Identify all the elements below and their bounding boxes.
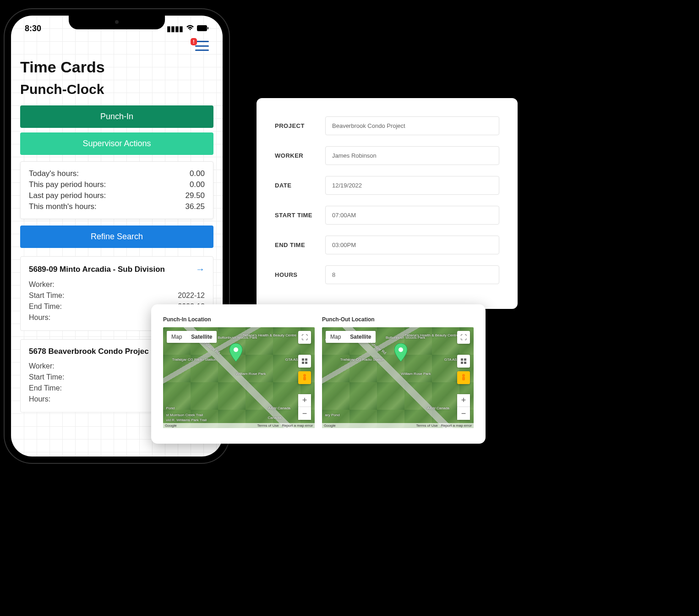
supervisor-actions-button[interactable]: Supervisor Actions: [20, 132, 213, 155]
svg-point-8: [234, 347, 238, 352]
map-poi-label: Trafalgar CG Radio Station: [340, 358, 384, 362]
svg-rect-1: [208, 27, 208, 29]
svg-rect-12: [464, 362, 466, 364]
hours-label: Last pay period hours:: [29, 191, 106, 200]
hours-summary-card: Today's hours: 0.00 This pay period hour…: [20, 161, 213, 219]
map-type-satellite-button[interactable]: Satellite: [186, 331, 217, 343]
fullscreen-icon[interactable]: ⛶: [298, 331, 311, 344]
map-poi-label: st Morrison Creek Trail: [166, 413, 203, 417]
svg-rect-11: [461, 362, 463, 364]
map-poi-label: Canadia: [268, 416, 281, 420]
svg-point-13: [462, 374, 465, 377]
google-logo: Google: [324, 424, 336, 428]
punch-in-location-title: Punch-In Location: [163, 316, 315, 323]
svg-point-15: [399, 347, 403, 352]
entry-start-value: 2022-12: [178, 292, 205, 300]
entry-title: 5678 Beaverbrook Condo Projec: [29, 347, 149, 356]
zoom-in-button[interactable]: +: [298, 394, 311, 407]
zoom-in-button[interactable]: +: [457, 394, 470, 407]
detail-label-end-time: END TIME: [275, 242, 325, 248]
svg-rect-2: [302, 358, 304, 361]
map-poi-label: A&W Canada: [427, 406, 449, 410]
punch-in-map[interactable]: Buttonbush Woods Park Tatiana's Health &…: [163, 327, 315, 428]
time-entry-detail-card: PROJECT WORKER DATE START TIME END TIME …: [257, 98, 518, 309]
status-time: 8:30: [25, 24, 41, 33]
project-field[interactable]: [325, 116, 499, 135]
fullscreen-icon[interactable]: ⛶: [457, 331, 470, 344]
map-layers-icon[interactable]: [457, 355, 470, 368]
entry-worker-label: Worker:: [29, 362, 55, 370]
hours-row: This pay period hours: 0.00: [29, 179, 205, 190]
date-field[interactable]: [325, 176, 499, 195]
battery-icon: [197, 25, 209, 33]
alert-badge-icon: !: [191, 38, 197, 45]
signal-icon: ▮▮▮▮: [167, 24, 183, 33]
wifi-icon: [186, 25, 194, 33]
zoom-out-button[interactable]: −: [457, 407, 470, 420]
map-poi-label: Pond: [166, 406, 175, 410]
status-icons: ▮▮▮▮: [167, 24, 209, 33]
end-time-field[interactable]: [325, 236, 499, 254]
hours-value: 0.00: [190, 180, 205, 189]
worker-field[interactable]: [325, 146, 499, 165]
map-report-link[interactable]: Report a map error: [441, 424, 472, 428]
svg-rect-9: [461, 358, 463, 361]
map-layers-icon[interactable]: [298, 355, 311, 368]
phone-notch: [69, 16, 165, 29]
map-type-satellite-button[interactable]: Satellite: [345, 331, 376, 343]
map-terms-link[interactable]: Terms of Use: [257, 424, 279, 428]
detail-label-hours: HOURS: [275, 271, 325, 278]
hours-label: This pay period hours:: [29, 180, 106, 189]
hours-field[interactable]: [325, 265, 499, 284]
map-poi-label: Trafalgar CG Radio Station: [172, 358, 216, 362]
svg-rect-4: [302, 362, 304, 364]
map-zoom-controls: + −: [298, 394, 311, 420]
location-maps-card: Punch-In Location Buttonbush Woods Park …: [151, 304, 486, 444]
zoom-out-button[interactable]: −: [298, 407, 311, 420]
hours-label: Today's hours:: [29, 169, 79, 178]
pegman-icon[interactable]: [457, 371, 470, 384]
svg-rect-5: [305, 362, 307, 364]
entry-end-label: End Time:: [29, 384, 62, 392]
hours-row: Last pay period hours: 29.50: [29, 190, 205, 201]
page-title: Time Cards: [20, 58, 213, 76]
detail-label-start-time: START TIME: [275, 212, 325, 219]
map-type-map-button[interactable]: Map: [326, 331, 345, 343]
menu-button[interactable]: !: [195, 41, 209, 51]
punch-in-button[interactable]: Punch-In: [20, 105, 213, 128]
entry-hours-label: Hours:: [29, 314, 50, 322]
google-logo: Google: [165, 424, 177, 428]
hours-row: Today's hours: 0.00: [29, 168, 205, 179]
arrow-right-icon[interactable]: →: [196, 264, 205, 275]
entry-hours-label: Hours:: [29, 395, 50, 403]
entry-start-label: Start Time:: [29, 292, 64, 300]
map-poi-label: ary Pond: [325, 413, 340, 417]
svg-rect-10: [464, 358, 466, 361]
hours-label: This month's hours:: [29, 202, 97, 211]
entry-worker-label: Worker:: [29, 280, 55, 289]
pegman-icon[interactable]: [298, 371, 311, 384]
start-time-field[interactable]: [325, 206, 499, 225]
entry-end-label: End Time:: [29, 302, 62, 311]
map-poi-label: Tatiana's Health & Beauty Centre: [404, 333, 459, 337]
map-poi-label: A&W Canada: [268, 406, 290, 410]
svg-rect-3: [305, 358, 307, 361]
detail-label-project: PROJECT: [275, 122, 325, 129]
page-subtitle: Punch-Clock: [20, 82, 213, 97]
entry-start-label: Start Time:: [29, 373, 64, 381]
map-type-toggle: Map Satellite: [326, 331, 376, 343]
refine-search-button[interactable]: Refine Search: [20, 226, 213, 248]
svg-rect-14: [462, 377, 465, 380]
map-report-link[interactable]: Report a map error: [282, 424, 313, 428]
map-terms-link[interactable]: Terms of Use: [416, 424, 438, 428]
map-type-toggle: Map Satellite: [167, 331, 217, 343]
hours-value: 29.50: [185, 191, 205, 200]
punch-out-map[interactable]: Buttonbush Woods Park Tatiana's Health &…: [322, 327, 474, 428]
svg-point-6: [303, 374, 306, 377]
svg-rect-0: [197, 25, 207, 31]
hours-row: This month's hours: 36.25: [29, 201, 205, 212]
detail-label-date: DATE: [275, 182, 325, 189]
map-type-map-button[interactable]: Map: [167, 331, 186, 343]
detail-label-worker: WORKER: [275, 152, 325, 159]
map-zoom-controls: + −: [457, 394, 470, 420]
